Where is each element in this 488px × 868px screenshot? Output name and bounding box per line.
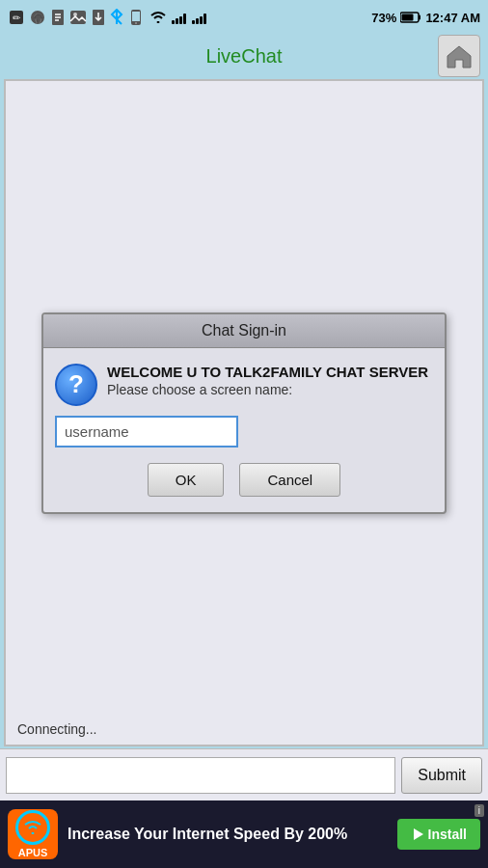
dialog-welcome: WELCOME U TO TALK2FAMILY CHAT SERVER <box>107 364 428 380</box>
download-icon <box>91 9 106 26</box>
svg-rect-17 <box>402 14 414 21</box>
chat-signin-dialog: Chat Sign-in ? WELCOME U TO TALK2FAMILY … <box>41 312 447 514</box>
ok-button[interactable]: OK <box>148 463 225 497</box>
dialog-title-bar: Chat Sign-in <box>43 314 445 348</box>
signal-bars <box>172 11 186 24</box>
dialog-message-row: ? WELCOME U TO TALK2FAMILY CHAT SERVER P… <box>55 364 433 406</box>
image-icon <box>69 10 87 25</box>
status-bar: ✏ 🎧 73% 12:47 AM <box>0 0 488 35</box>
time-display: 12:47 AM <box>425 11 480 25</box>
bottom-input-area: Submit <box>0 748 488 800</box>
battery-icon <box>400 12 421 23</box>
ad-install-label: Install <box>428 827 467 842</box>
info-icon: ? <box>55 364 97 406</box>
dialog-body: ? WELCOME U TO TALK2FAMILY CHAT SERVER P… <box>43 348 445 512</box>
ad-banner: APUS Increase Your Internet Speed By 200… <box>0 800 488 868</box>
home-button[interactable] <box>438 35 480 77</box>
bluetooth-icon <box>110 9 123 26</box>
ad-info-badge: i <box>474 804 484 817</box>
app-header: LiveChat <box>0 35 488 77</box>
dialog-overlay: Chat Sign-in ? WELCOME U TO TALK2FAMILY … <box>6 81 482 745</box>
svg-rect-16 <box>419 15 420 20</box>
svg-text:✏: ✏ <box>13 13 21 23</box>
cancel-button[interactable]: Cancel <box>239 463 340 497</box>
wifi-circle-icon <box>15 810 50 845</box>
dialog-subtitle: Please choose a screen name: <box>107 382 428 397</box>
ad-install-button[interactable]: Install <box>397 819 480 850</box>
dialog-buttons: OK Cancel <box>55 463 433 497</box>
svg-text:🎧: 🎧 <box>33 13 44 24</box>
connecting-status: Connecting... <box>17 721 97 737</box>
svg-rect-13 <box>132 12 140 21</box>
dialog-text: WELCOME U TO TALK2FAMILY CHAT SERVER Ple… <box>107 364 428 397</box>
ad-logo-text: APUS <box>18 847 48 858</box>
svg-point-14 <box>135 22 137 24</box>
dialog-title: Chat Sign-in <box>202 322 286 339</box>
phone-icon <box>127 9 145 26</box>
main-content: Chat Sign-in ? WELCOME U TO TALK2FAMILY … <box>4 79 484 746</box>
svg-rect-8 <box>70 11 86 24</box>
play-icon <box>411 827 424 841</box>
pencil-icon: ✏ <box>8 9 25 26</box>
screen-name-input[interactable] <box>55 416 238 448</box>
status-bar-right: 73% 12:47 AM <box>371 11 480 25</box>
message-input[interactable] <box>6 757 395 794</box>
status-bar-left: ✏ 🎧 <box>8 9 206 26</box>
wifi-icon <box>149 10 168 25</box>
app-title: LiveChat <box>50 45 438 68</box>
submit-button[interactable]: Submit <box>401 757 482 794</box>
file-icon <box>50 9 66 26</box>
ad-main-text: Increase Your Internet Speed By 200% <box>68 825 388 845</box>
home-icon <box>446 42 473 69</box>
ad-logo: APUS <box>8 809 58 859</box>
svg-marker-18 <box>414 828 423 840</box>
signal-bars-2 <box>192 11 206 24</box>
battery-percent: 73% <box>371 11 396 25</box>
headset-icon: 🎧 <box>29 9 46 26</box>
